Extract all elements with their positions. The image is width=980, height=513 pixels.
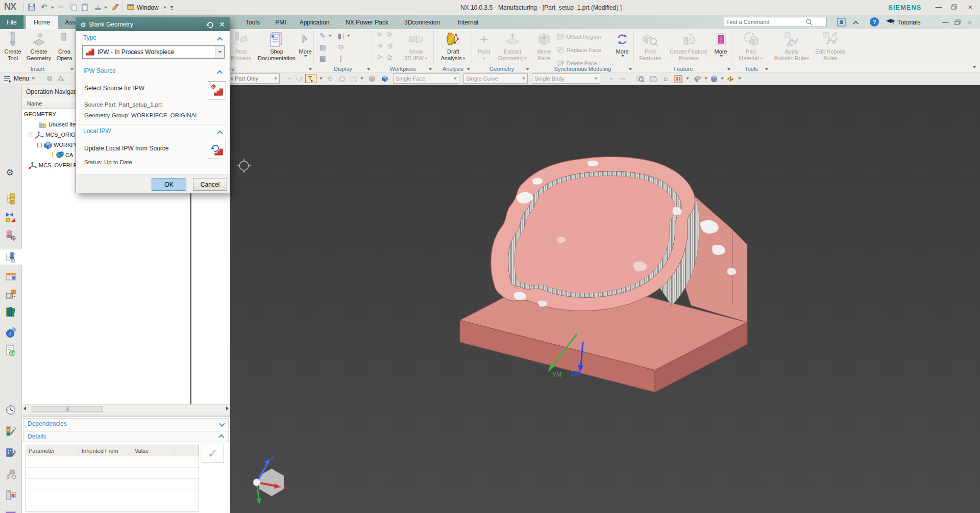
shaded-body-icon[interactable]: [379, 74, 390, 83]
col-value[interactable]: Value: [132, 445, 175, 456]
body-rule-dropdown[interactable]: Single Body: [532, 73, 600, 84]
part-material-button[interactable]: Part Material: [736, 30, 766, 62]
palette-window-icon[interactable]: [5, 490, 16, 501]
scroll-left-icon[interactable]: [23, 406, 26, 411]
show-ipw-icon[interactable]: ⊳: [375, 30, 385, 41]
ipw-source-collapse-icon[interactable]: [218, 69, 223, 75]
caret-icon[interactable]: [686, 78, 689, 80]
web-page-icon[interactable]: [5, 345, 16, 356]
caret-icon[interactable]: [320, 78, 323, 80]
copy-icon[interactable]: [69, 3, 78, 12]
ipw-step-icon[interactable]: ⊳: [375, 53, 385, 64]
window-icon[interactable]: [127, 3, 135, 12]
close-button[interactable]: ×: [964, 1, 977, 12]
group-options-icon[interactable]: [765, 68, 768, 70]
graphics-viewport[interactable]: YM ZM Z X: [230, 85, 980, 513]
ipw-source-section-header[interactable]: IPW Source: [83, 67, 116, 74]
internet-info-icon[interactable]: i: [5, 327, 16, 338]
group-options-icon[interactable]: [429, 68, 432, 70]
selection-priority-icon[interactable]: ⧉: [45, 74, 54, 83]
create-geometry-button[interactable]: Create Geometry: [26, 30, 52, 62]
rotate-view-icon[interactable]: ○: [660, 74, 671, 83]
hatch-rect-icon[interactable]: ▤: [317, 54, 328, 62]
group-options-icon[interactable]: [309, 68, 312, 70]
tab-internal[interactable]: Internal: [451, 15, 485, 29]
find-features-button[interactable]: Find Features: [637, 30, 664, 62]
ipw-all-icon[interactable]: ⊵: [385, 53, 395, 64]
operation-navigator-icon[interactable]: [5, 251, 16, 263]
stamp-icon[interactable]: [94, 3, 102, 12]
dialog-reset-icon[interactable]: [206, 21, 214, 29]
zoom-window-icon[interactable]: [635, 74, 646, 83]
solid-select-icon[interactable]: [366, 74, 378, 83]
minimize-ribbon-icon[interactable]: [854, 20, 859, 26]
fit-view-icon[interactable]: [673, 74, 684, 83]
details-section[interactable]: Details: [23, 431, 229, 442]
machining-line-planner-icon[interactable]: [5, 289, 16, 300]
machined-part-scene[interactable]: YM ZM Z X: [230, 85, 980, 513]
ipw-prev-icon[interactable]: ⊲: [375, 41, 385, 53]
create-feature-process-button[interactable]: Create Feature Process: [665, 30, 712, 62]
scroll-right-icon[interactable]: [226, 406, 229, 411]
feature-more-button[interactable]: More: [712, 30, 729, 57]
operations-more-button[interactable]: More: [298, 30, 312, 57]
tab-application[interactable]: Application: [294, 15, 335, 29]
history-clock-icon[interactable]: [5, 404, 16, 416]
arrow-icon[interactable]: ⇨: [618, 74, 628, 83]
view-orient-cube-icon[interactable]: [708, 74, 720, 83]
extract-geometry-button[interactable]: Extract Geometry: [496, 30, 529, 62]
format-brush-icon[interactable]: [111, 3, 119, 12]
rotate-point-icon[interactable]: ⟲: [325, 74, 335, 83]
render-style-icon[interactable]: [692, 74, 703, 83]
tab-file[interactable]: File: [0, 15, 23, 29]
assembly-navigator-icon[interactable]: [5, 193, 16, 204]
minimize-button[interactable]: —: [932, 1, 945, 12]
group-options-icon[interactable]: [629, 68, 632, 70]
tab-tools[interactable]: Tools: [239, 15, 266, 29]
post-process-button[interactable]: Post Process: [228, 30, 254, 62]
ipw-last-icon[interactable]: ⊴: [385, 41, 395, 53]
doc-minimize-button[interactable]: —: [940, 16, 950, 28]
find-command-input[interactable]: [726, 19, 805, 25]
snap-point-icon[interactable]: ⬡: [337, 74, 347, 83]
ribbon-options-caret-icon[interactable]: [972, 64, 976, 70]
machine-tool-navigator-icon[interactable]: [5, 270, 16, 281]
window-menu-label[interactable]: Window: [137, 4, 159, 11]
select-source-button[interactable]: [208, 81, 226, 99]
tab-home[interactable]: Home: [26, 15, 58, 29]
caret-icon[interactable]: [329, 35, 332, 37]
details-confirm-check-icon[interactable]: ✓: [202, 444, 224, 463]
ipw-next-icon[interactable]: ⊵: [385, 30, 395, 41]
selection-filter-icon[interactable]: ⁂: [56, 74, 65, 83]
snap-enable-icon[interactable]: ⫟: [606, 74, 617, 83]
type-dropdown[interactable]: IPW - In Process Workpiece: [82, 45, 225, 59]
group-options-icon[interactable]: [467, 68, 470, 70]
cancel-button[interactable]: Cancel: [193, 178, 227, 191]
create-tool-button[interactable]: Create Tool: [1, 30, 24, 62]
help-icon[interactable]: ?: [870, 17, 879, 27]
move-face-button[interactable]: Move Face: [534, 30, 554, 62]
curve-rule-dropdown[interactable]: Single Curve: [463, 73, 528, 84]
edit-robotic-rules-button[interactable]: Edit Robotic Rules: [813, 30, 848, 62]
dialog-title-bar[interactable]: ⚙ Blank Geometry ✕: [76, 18, 230, 31]
clip-section-icon[interactable]: [725, 74, 736, 83]
collapse-icon[interactable]: [37, 143, 42, 147]
menu-button[interactable]: Menu: [3, 74, 35, 83]
scrollbar-thumb[interactable]: |||: [32, 406, 103, 412]
horizontal-scrollbar[interactable]: |||: [22, 404, 230, 413]
collapse-icon[interactable]: [29, 133, 33, 137]
edit-display-icon[interactable]: ✎: [317, 32, 328, 40]
constraint-navigator-icon[interactable]: [5, 212, 16, 223]
replace-face-button[interactable]: Replace Face: [556, 43, 601, 57]
tools-hammer-icon[interactable]: [5, 469, 16, 480]
caret-icon[interactable]: [721, 78, 724, 80]
select-handle-icon[interactable]: ⤻: [295, 74, 304, 83]
datum-point-icon[interactable]: ⊙: [336, 43, 346, 51]
dialog-close-icon[interactable]: ✕: [219, 20, 225, 29]
tutorials-icon[interactable]: [886, 19, 895, 27]
face-rule-dropdown[interactable]: Single Face: [393, 73, 459, 84]
type-section-header[interactable]: Type: [83, 34, 96, 41]
caret-icon[interactable]: [704, 78, 707, 80]
layer-settings-icon[interactable]: ◧: [336, 32, 346, 40]
restore-button[interactable]: [947, 1, 961, 12]
